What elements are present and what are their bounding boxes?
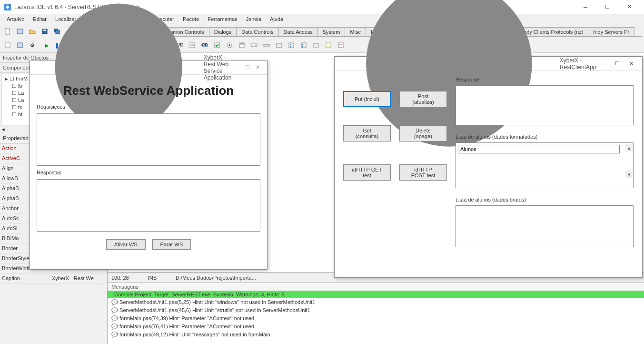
prop-name[interactable]: Caption	[0, 274, 50, 282]
requests-box[interactable]	[37, 113, 260, 166]
requests-label: Requisições	[37, 104, 260, 110]
messages-title: Mensagens	[108, 283, 644, 291]
svg-rect-10	[18, 43, 22, 48]
get-button[interactable]: Get (consulta)	[343, 125, 391, 142]
combobox-comp-icon[interactable]	[248, 40, 260, 51]
menu-arquivo[interactable]: Arquivo	[3, 15, 28, 24]
groupbox-comp-icon[interactable]	[273, 40, 285, 51]
list-formatted-item[interactable]: Alunos	[458, 145, 620, 153]
close-button[interactable]: ✕	[618, 0, 640, 14]
svg-rect-31	[264, 44, 269, 46]
radio-comp-icon[interactable]	[224, 40, 235, 51]
menu-ajuda[interactable]: Ajuda	[266, 15, 287, 24]
client-window: XyberX - RestClientApp ─ ☐ ✕ Put (inclui…	[334, 56, 643, 278]
response-box[interactable]	[456, 85, 634, 125]
edit-mode: INS	[148, 275, 157, 281]
message-row[interactable]: 💬 ServerMethodsUnit1.pas(45,6) Hint: Uni…	[108, 306, 644, 314]
file-path: D:\Meus Dados\Projetos\Importa...	[176, 275, 256, 281]
minimize-button[interactable]: ─	[231, 61, 242, 75]
http-post-button[interactable]: idHTTP POST test	[399, 164, 447, 181]
responses-label: Respostas	[37, 170, 260, 175]
stop-ws-button[interactable]: Parar WS	[152, 239, 191, 250]
panel-comp-icon[interactable]	[310, 40, 322, 51]
radiogroup-comp-icon[interactable]	[286, 40, 297, 51]
list-formatted-label: Lista de alunos (dados formatados)	[456, 134, 634, 140]
svg-rect-33	[289, 43, 294, 48]
minimize-button[interactable]: ─	[575, 0, 596, 14]
prop-value[interactable]: XyberX - Rest We	[50, 274, 107, 282]
palette-tab-dialogs[interactable]: Dialogs	[209, 27, 237, 36]
checkgroup-comp-icon[interactable]	[298, 40, 309, 51]
tree-item[interactable]: tx	[18, 104, 22, 110]
svg-rect-37	[302, 44, 303, 45]
responses-box[interactable]	[37, 179, 260, 232]
svg-rect-38	[302, 46, 303, 47]
tree-item[interactable]: La	[18, 90, 24, 96]
response-label: Response	[456, 77, 634, 82]
svg-rect-2	[17, 29, 23, 34]
listbox-comp-icon[interactable]	[236, 40, 248, 51]
menu-ferramentas[interactable]: Ferramentas	[204, 15, 241, 24]
maximize-button[interactable]: ☐	[242, 61, 253, 75]
svg-point-35	[290, 46, 291, 47]
svg-rect-1	[5, 29, 10, 34]
tree-item[interactable]: lb	[18, 83, 22, 89]
view-forms-icon[interactable]	[14, 40, 26, 51]
post-button[interactable]: Post (atualiza)	[399, 91, 447, 107]
close-button[interactable]: ✕	[253, 61, 263, 75]
frame-comp-icon[interactable]	[323, 40, 334, 51]
maximize-button[interactable]: ☐	[596, 0, 618, 14]
app-icon	[4, 3, 11, 11]
tree-root[interactable]: frmM	[16, 76, 28, 81]
http-get-button[interactable]: idHTTP GET test	[343, 164, 391, 181]
minimize-button[interactable]: ─	[596, 57, 610, 71]
tree-item[interactable]: La	[18, 97, 24, 103]
checkbox-comp-icon[interactable]	[211, 40, 223, 51]
palette-tab-dataaccess[interactable]: Data Access	[278, 27, 318, 36]
start-ws-button[interactable]: Ativar WS	[106, 239, 146, 250]
server-window: XyberX - Rest Web Service Application ─ …	[30, 60, 268, 270]
menu-janela[interactable]: Janela	[242, 15, 265, 24]
palette-tab-datacontrols[interactable]: Data Controls	[236, 27, 278, 36]
svg-rect-39	[314, 43, 318, 47]
svg-rect-40	[326, 43, 331, 48]
palette-tab-indyserv[interactable]: Indy Servers Pr	[588, 27, 634, 36]
scrollbar-comp-icon[interactable]	[261, 40, 272, 51]
tree-item[interactable]: bt	[18, 111, 22, 117]
cursor-position: 100: 28	[111, 275, 129, 281]
svg-rect-36	[301, 43, 306, 48]
view-units-icon[interactable]	[2, 40, 13, 51]
message-row[interactable]: 💬 ServerMethodsUnit1.pas(5,25) Hint: Uni…	[108, 298, 644, 306]
put-button[interactable]: Put (inclui)	[343, 91, 391, 107]
list-formatted[interactable]: Alunos ▴ ▾	[456, 142, 634, 188]
client-window-title: XyberX - RestClientApp	[560, 57, 596, 71]
messages-panel: Mensagens ..Compile Project, Target: Ser…	[108, 283, 644, 344]
message-row[interactable]: 💬 formMain.pas(49,12) Hint: Unit "messag…	[108, 331, 644, 339]
maximize-button[interactable]: ☐	[610, 57, 624, 71]
delete-button[interactable]: Delete (apaga)	[399, 125, 447, 142]
list-raw-box[interactable]	[456, 205, 634, 247]
close-button[interactable]: ✕	[624, 57, 639, 71]
svg-rect-9	[5, 43, 10, 48]
message-row[interactable]: ..Compile Project, Target: ServerREST.ex…	[108, 291, 644, 298]
messages-list[interactable]: ..Compile Project, Target: ServerREST.ex…	[108, 291, 644, 344]
server-heading: Rest WebService Application	[37, 83, 260, 98]
list-raw-label: Lista de alunos (dados brutos)	[456, 197, 634, 202]
svg-point-34	[290, 44, 291, 45]
new-form-icon[interactable]	[14, 26, 26, 37]
svg-point-26	[228, 44, 230, 46]
message-row[interactable]: 💬 formMain.pas(74,39) Hint: Parameter "A…	[108, 314, 644, 323]
new-unit-icon[interactable]	[2, 26, 13, 37]
svg-rect-32	[277, 43, 281, 48]
message-row[interactable]: 💬 formMain.pas(76,41) Hint: Parameter "A…	[108, 323, 644, 331]
